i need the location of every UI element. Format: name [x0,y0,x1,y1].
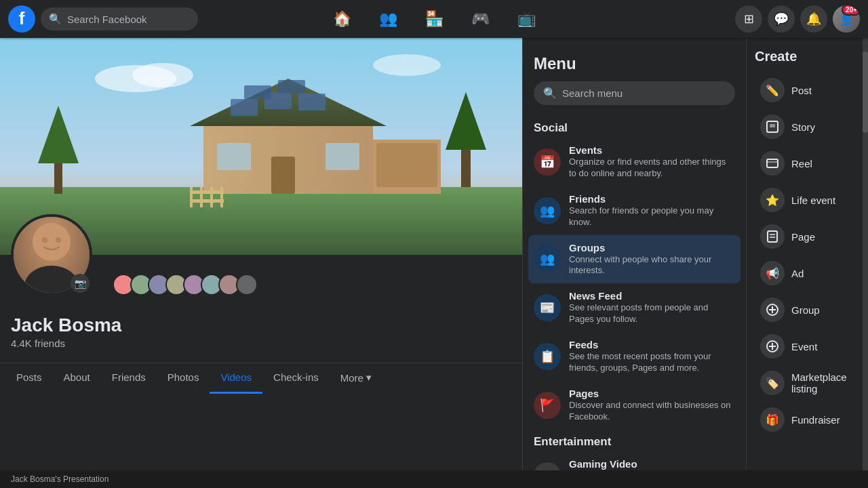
main-content: 📷 Jack Bosma 4.4K friends Post [0,38,868,488]
nav-marketplace[interactable]: 🏪 [412,3,456,35]
friends-title: Friends [569,193,735,205]
svg-rect-25 [190,190,224,194]
marketplace-listing-label: Marketplace listing [791,371,854,394]
svg-rect-9 [231,99,258,116]
search-box[interactable]: 🔍 [41,7,198,30]
tab-videos[interactable]: Videos [210,363,262,394]
grid-icon-btn[interactable]: ⊞ [735,5,762,33]
profile-info: 📷 Jack Bosma 4.4K friends [0,255,522,354]
group-label: Group [791,304,820,316]
create-post[interactable]: ✏️ Post [755,73,860,108]
svg-rect-24 [220,187,223,207]
tab-friends[interactable]: Friends [101,363,157,394]
notifications-icon-btn[interactable]: 🔔 [800,5,827,33]
topbar-nav: 🏠 👥 🏪 🎮 📺 [198,3,670,35]
create-group[interactable]: Group [755,292,860,327]
menu-item-events[interactable]: 📅 Events Organize or find events and oth… [528,138,741,186]
ad-icon: 📢 [760,261,785,285]
svg-point-30 [56,237,61,243]
groups-title: Groups [569,242,735,253]
messenger-icon-btn[interactable]: 💬 [768,5,795,33]
topbar-left: f 🔍 [8,5,198,33]
create-ad[interactable]: 📢 Ad [755,256,860,291]
tab-posts[interactable]: Posts [5,363,53,394]
gaming-video-title: Gaming Video [569,458,735,470]
post-label: Post [791,85,812,96]
feeds-icon: 📋 [534,343,561,370]
menu-item-groups[interactable]: 👥 Groups Connect with people who share y… [528,235,741,284]
nav-watch[interactable]: 📺 [505,3,548,35]
pages-icon: 🚩 [534,392,561,419]
tab-more[interactable]: More ▾ [330,363,382,394]
svg-point-2 [132,63,193,87]
notification-badge: 20+ [842,5,860,16]
tab-about[interactable]: About [53,363,101,394]
life-event-icon: ⭐ [760,188,785,212]
create-reel[interactable]: Reel [755,146,860,181]
nav-friends[interactable]: 👥 [366,3,410,35]
menu-item-newsfeed[interactable]: 📰 News Feed See relevant posts from peop… [528,283,741,332]
menu-item-pages[interactable]: 🚩 Pages Discover and connect with busine… [528,381,741,430]
event-icon [760,334,785,359]
create-event[interactable]: Event [755,329,860,364]
create-fundraiser[interactable]: 🎁 Fundraiser [755,402,860,437]
svg-rect-18 [376,143,437,187]
menu-search-box[interactable]: 🔍 [534,81,735,105]
newsfeed-desc: See relevant posts from people and Pages… [569,302,735,325]
pages-desc: Discover and connect with businesses on … [569,400,735,423]
search-input[interactable] [67,14,190,25]
svg-rect-26 [190,199,224,203]
create-marketplace-listing[interactable]: 🏷️ Marketplace listing [755,365,860,401]
tab-checkins[interactable]: Check-ins [262,363,330,394]
create-title: Create [755,49,860,64]
footer-bar: Jack Bosma's Presentation [0,470,868,488]
ad-label: Ad [791,268,804,279]
create-panel: Create ✏️ Post Story Reel [746,38,868,488]
friend-avatar [236,274,258,296]
create-story[interactable]: Story [755,109,860,144]
nav-gaming[interactable]: 🎮 [458,3,502,35]
camera-button[interactable]: 📷 [71,274,90,293]
profile-avatar-btn[interactable]: 👤 20+ [833,5,860,33]
newsfeed-title: News Feed [569,290,735,302]
reel-label: Reel [791,158,812,169]
feeds-desc: See the most recent posts from your frie… [569,351,735,374]
scroll-thumb[interactable] [863,52,868,133]
fundraiser-label: Fundraiser [791,414,840,426]
newsfeed-icon: 📰 [534,294,561,321]
page-label: Page [791,231,815,243]
events-desc: Organize or find events and other things… [569,157,735,180]
events-title: Events [569,144,735,156]
groups-desc: Connect with people who share your inter… [569,254,735,277]
menu-section-social: Social [528,116,741,138]
page-icon [760,224,785,249]
menu-title: Menu [528,49,741,81]
story-icon [760,115,785,139]
svg-rect-33 [767,159,778,167]
svg-rect-35 [768,231,777,242]
fundraiser-icon: 🎁 [760,407,785,432]
menu-item-friends[interactable]: 👥 Friends Search for friends or people y… [528,186,741,235]
search-icon: 🔍 [49,13,62,25]
menu-item-feeds[interactable]: 📋 Feeds See the most recent posts from y… [528,332,741,381]
svg-rect-21 [190,187,193,207]
svg-rect-22 [200,187,203,207]
nav-home[interactable]: 🏠 [320,3,363,35]
svg-point-29 [42,237,47,243]
profile-avatar-wrap: 📷 [11,214,92,296]
menu-left: Menu 🔍 Social 📅 Events Organize or find … [523,38,746,488]
menu-search-input[interactable] [562,87,726,99]
facebook-logo[interactable]: f [8,5,35,33]
tab-photos[interactable]: Photos [157,363,210,394]
menu-search-icon: 🔍 [543,87,557,100]
feeds-title: Feeds [569,339,735,350]
menu-panel: Menu 🔍 Social 📅 Events Organize or find … [522,38,868,488]
create-page[interactable]: Page [755,219,860,254]
profile-page: 📷 Jack Bosma 4.4K friends Post [0,38,522,488]
pages-title: Pages [569,388,735,399]
profile-name-area: Jack Bosma 4.4K friends [11,309,511,349]
scrollbar[interactable] [863,38,868,488]
create-life-event[interactable]: ⭐ Life event [755,182,860,218]
profile-tabs: Posts About Friends Photos Videos Check-… [0,363,522,394]
life-event-label: Life event [791,195,835,206]
